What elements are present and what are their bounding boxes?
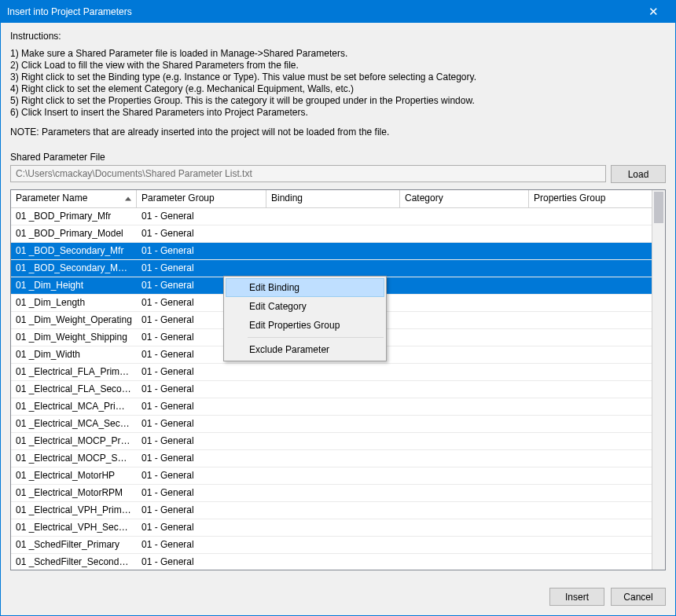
cell-properties-group [529,450,652,467]
cancel-button[interactable]: Cancel [611,588,666,606]
cell-properties-group [529,226,652,242]
cell-properties-group [529,468,652,484]
cell-parameter-name: 01 _Electrical_FLA_Secondary [11,381,137,398]
cell-category [400,537,529,553]
cell-parameter-name: 01 _Electrical_MotorRPM [11,485,137,501]
table-row[interactable]: 01 _SchedFilter_Primary01 - General [11,537,652,554]
cell-parameter-group: 01 - General [137,468,266,484]
cell-parameter-group: 01 - General [137,398,266,415]
cell-parameter-name: 01 _BOD_Primary_Mfr [11,208,137,225]
cell-parameter-group: 01 - General [137,226,266,242]
column-header-name-label: Parameter Name [16,192,87,204]
table-row[interactable]: 01 _Electrical_MCA_Primary01 - General [11,398,652,416]
cell-category [400,208,529,225]
cell-properties-group [529,485,652,501]
table-row[interactable]: 01 _Electrical_MotorHP01 - General [11,468,652,485]
table-row[interactable]: 01 _Electrical_MOCP_Second...01 - Genera… [11,450,652,468]
cell-parameter-group: 01 - General [137,364,266,380]
column-header-properties-group[interactable]: Properties Group [529,190,652,207]
table-row[interactable]: 01 _Electrical_MCA_Secondary01 - General [11,416,652,433]
menu-exclude-parameter[interactable]: Exclude Parameter [226,340,384,359]
cell-parameter-name: 01 _Dim_Height [11,277,137,294]
cell-category [400,260,529,277]
cell-properties-group [529,208,652,225]
cell-category [400,346,529,363]
load-button[interactable]: Load [611,165,666,183]
cell-parameter-name: 01 _Dim_Length [11,295,137,311]
table-row[interactable]: 01 _Electrical_VPH_Primary01 - General [11,502,652,519]
cell-properties-group [529,312,652,328]
table-row[interactable]: 01 _Electrical_FLA_Secondary01 - General [11,381,652,398]
menu-edit-properties-group[interactable]: Edit Properties Group [226,316,384,335]
cell-binding [266,208,400,225]
cell-parameter-name: 01 _BOD_Secondary_Model [11,260,137,277]
cell-parameter-group: 01 - General [137,537,266,553]
cell-parameter-name: 01 _Electrical_VPH_Primary [11,502,137,519]
table-row[interactable]: 01 _Electrical_MotorRPM01 - General [11,485,652,502]
sort-ascending-icon [125,197,131,201]
instructions-body: 1) Make sure a Shared Parameter file is … [10,48,666,119]
instructions-label: Instructions: [10,31,666,42]
cell-parameter-group: 01 - General [137,381,266,398]
menu-edit-category[interactable]: Edit Category [226,297,384,316]
column-header-binding[interactable]: Binding [266,190,400,207]
table-row[interactable]: 01 _Electrical_MOCP_Primary01 - General [11,433,652,450]
vertical-scrollbar[interactable] [652,190,665,570]
scrollbar-thumb[interactable] [654,192,663,223]
cell-binding [266,226,400,242]
column-header-name[interactable]: Parameter Name [11,190,137,207]
cell-properties-group [529,243,652,259]
window-title: Insert into Project Parameters [7,6,132,17]
table-row[interactable]: 01 _BOD_Secondary_Mfr01 - General [11,243,652,260]
cell-category [400,226,529,242]
grid-body[interactable]: 01 _BOD_Primary_Mfr01 - General01 _BOD_P… [11,208,652,570]
cell-properties-group [529,329,652,346]
cell-category [400,433,529,449]
cell-parameter-name: 01 _Dim_Weight_Shipping [11,329,137,346]
cell-category [400,243,529,259]
cell-parameter-name: 01 _SchedFilter_Secondary [11,554,137,570]
cell-category [400,416,529,432]
cell-parameter-name: 01 _Dim_Width [11,346,137,363]
cell-binding [266,260,400,277]
cell-parameter-group: 01 - General [137,433,266,449]
cell-parameter-group: 01 - General [137,260,266,277]
cell-binding [266,468,400,484]
cell-properties-group [529,260,652,277]
cell-parameter-group: 01 - General [137,519,266,536]
cell-properties-group [529,381,652,398]
table-row[interactable]: 01 _Electrical_VPH_Secondary01 - General [11,519,652,537]
cell-parameter-name: 01 _Dim_Weight_Operating [11,312,137,328]
cell-binding [266,485,400,501]
menu-separator [248,337,384,338]
cell-category [400,398,529,415]
cell-binding [266,381,400,398]
table-row[interactable]: 01 _Electrical_FLA_Primary01 - General [11,364,652,381]
close-icon[interactable]: ✕ [637,5,669,19]
column-header-category[interactable]: Category [400,190,529,207]
table-row[interactable]: 01 _BOD_Primary_Mfr01 - General [11,208,652,226]
shared-file-label: Shared Parameter File [10,152,666,163]
cell-parameter-name: 01 _BOD_Secondary_Mfr [11,243,137,259]
cell-binding [266,537,400,553]
cell-parameter-name: 01 _Electrical_FLA_Primary [11,364,137,380]
table-row[interactable]: 01 _BOD_Secondary_Model01 - General [11,260,652,277]
table-row[interactable]: 01 _SchedFilter_Secondary01 - General [11,554,652,570]
cell-parameter-name: 01 _Electrical_MotorHP [11,468,137,484]
cell-properties-group [529,416,652,432]
cell-parameter-name: 01 _Electrical_VPH_Secondary [11,519,137,536]
instructions-note: NOTE: Parameters that are already insert… [10,126,666,138]
insert-button[interactable]: Insert [549,588,604,606]
cell-category [400,277,529,294]
parameter-grid: Parameter Name Parameter Group Binding C… [10,189,666,570]
cell-parameter-name: 01 _Electrical_MOCP_Primary [11,433,137,449]
cell-binding [266,433,400,449]
shared-file-path-input[interactable]: C:\Users\cmackay\Documents\Shared Parame… [10,165,606,182]
cell-parameter-name: 01 _Electrical_MCA_Secondary [11,416,137,432]
file-row: C:\Users\cmackay\Documents\Shared Parame… [10,165,666,183]
cell-binding [266,416,400,432]
column-header-group[interactable]: Parameter Group [137,190,266,207]
table-row[interactable]: 01 _BOD_Primary_Model01 - General [11,226,652,243]
menu-edit-binding[interactable]: Edit Binding [226,278,384,297]
cell-parameter-group: 01 - General [137,554,266,570]
